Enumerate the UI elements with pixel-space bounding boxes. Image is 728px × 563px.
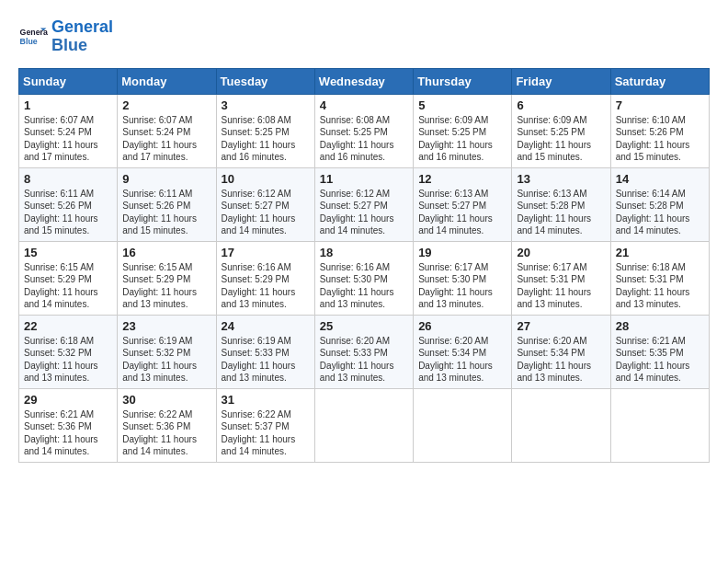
day-info: Sunrise: 6:20 AMSunset: 5:34 PMDaylight:… (517, 335, 605, 385)
calendar-cell (512, 388, 610, 462)
calendar-cell: 22Sunrise: 6:18 AMSunset: 5:32 PMDayligh… (19, 315, 118, 388)
day-info: Sunrise: 6:19 AMSunset: 5:32 PMDaylight:… (122, 335, 210, 385)
logo-icon: General Blue (18, 22, 48, 52)
day-info: Sunrise: 6:18 AMSunset: 5:32 PMDaylight:… (24, 335, 112, 385)
day-number: 12 (418, 172, 506, 186)
day-number: 11 (320, 172, 408, 186)
day-info: Sunrise: 6:22 AMSunset: 5:36 PMDaylight:… (122, 408, 210, 458)
calendar-header-wednesday: Wednesday (314, 68, 413, 94)
day-number: 29 (24, 393, 112, 407)
day-info: Sunrise: 6:16 AMSunset: 5:30 PMDaylight:… (320, 261, 408, 311)
day-number: 19 (418, 246, 506, 259)
day-number: 9 (122, 172, 210, 186)
calendar-cell: 7Sunrise: 6:10 AMSunset: 5:26 PMDaylight… (610, 94, 709, 167)
day-number: 31 (222, 393, 310, 407)
calendar-cell: 29Sunrise: 6:21 AMSunset: 5:36 PMDayligh… (19, 388, 118, 462)
day-info: Sunrise: 6:11 AMSunset: 5:26 PMDaylight:… (122, 188, 210, 237)
day-info: Sunrise: 6:12 AMSunset: 5:27 PMDaylight:… (320, 188, 408, 237)
day-info: Sunrise: 6:21 AMSunset: 5:35 PMDaylight:… (616, 335, 704, 385)
svg-text:Blue: Blue (20, 37, 38, 46)
calendar-cell: 26Sunrise: 6:20 AMSunset: 5:34 PMDayligh… (414, 315, 512, 388)
day-number: 1 (24, 98, 112, 112)
calendar-cell: 4Sunrise: 6:08 AMSunset: 5:25 PMDaylight… (314, 94, 413, 167)
day-number: 2 (122, 98, 210, 112)
day-number: 22 (24, 319, 112, 333)
calendar-cell (314, 388, 413, 462)
day-number: 13 (517, 172, 605, 186)
calendar-table: SundayMondayTuesdayWednesdayThursdayFrid… (18, 68, 710, 463)
day-info: Sunrise: 6:10 AMSunset: 5:26 PMDaylight:… (616, 114, 704, 164)
calendar-cell: 16Sunrise: 6:15 AMSunset: 5:29 PMDayligh… (118, 241, 216, 315)
day-number: 6 (517, 98, 605, 112)
calendar-cell: 10Sunrise: 6:12 AMSunset: 5:27 PMDayligh… (216, 167, 314, 241)
day-number: 28 (616, 319, 704, 333)
day-number: 25 (320, 319, 408, 333)
calendar-cell: 14Sunrise: 6:14 AMSunset: 5:28 PMDayligh… (610, 167, 709, 241)
day-info: Sunrise: 6:19 AMSunset: 5:33 PMDaylight:… (222, 335, 310, 385)
day-info: Sunrise: 6:16 AMSunset: 5:29 PMDaylight:… (222, 261, 310, 311)
calendar-week-row: 29Sunrise: 6:21 AMSunset: 5:36 PMDayligh… (19, 388, 710, 462)
day-number: 20 (517, 246, 605, 259)
calendar-cell: 15Sunrise: 6:15 AMSunset: 5:29 PMDayligh… (19, 241, 118, 315)
day-number: 30 (122, 393, 210, 407)
day-info: Sunrise: 6:08 AMSunset: 5:25 PMDaylight:… (320, 114, 408, 164)
calendar-cell: 6Sunrise: 6:09 AMSunset: 5:25 PMDaylight… (512, 94, 610, 167)
calendar-header-thursday: Thursday (414, 68, 512, 94)
day-number: 14 (616, 172, 704, 186)
calendar-cell: 28Sunrise: 6:21 AMSunset: 5:35 PMDayligh… (610, 315, 709, 388)
calendar-cell: 2Sunrise: 6:07 AMSunset: 5:24 PMDaylight… (118, 94, 216, 167)
day-number: 10 (222, 172, 310, 186)
day-info: Sunrise: 6:17 AMSunset: 5:31 PMDaylight:… (517, 261, 605, 311)
calendar-cell: 5Sunrise: 6:09 AMSunset: 5:25 PMDaylight… (414, 94, 512, 167)
calendar-cell: 27Sunrise: 6:20 AMSunset: 5:34 PMDayligh… (512, 315, 610, 388)
day-info: Sunrise: 6:09 AMSunset: 5:25 PMDaylight:… (517, 114, 605, 164)
day-info: Sunrise: 6:13 AMSunset: 5:27 PMDaylight:… (418, 188, 506, 237)
day-info: Sunrise: 6:13 AMSunset: 5:28 PMDaylight:… (517, 188, 605, 237)
day-number: 16 (122, 246, 210, 259)
calendar-cell: 20Sunrise: 6:17 AMSunset: 5:31 PMDayligh… (512, 241, 610, 315)
calendar-cell: 1Sunrise: 6:07 AMSunset: 5:24 PMDaylight… (19, 94, 118, 167)
calendar-cell: 12Sunrise: 6:13 AMSunset: 5:27 PMDayligh… (414, 167, 512, 241)
day-info: Sunrise: 6:20 AMSunset: 5:33 PMDaylight:… (320, 335, 408, 385)
calendar-cell: 3Sunrise: 6:08 AMSunset: 5:25 PMDaylight… (216, 94, 314, 167)
day-info: Sunrise: 6:09 AMSunset: 5:25 PMDaylight:… (418, 114, 506, 164)
calendar-cell (610, 388, 709, 462)
calendar-week-row: 8Sunrise: 6:11 AMSunset: 5:26 PMDaylight… (19, 167, 710, 241)
calendar-cell: 18Sunrise: 6:16 AMSunset: 5:30 PMDayligh… (314, 241, 413, 315)
day-number: 17 (222, 246, 310, 259)
logo: General Blue GeneralBlue (18, 18, 113, 55)
day-info: Sunrise: 6:22 AMSunset: 5:37 PMDaylight:… (222, 408, 310, 458)
day-number: 18 (320, 246, 408, 259)
day-info: Sunrise: 6:17 AMSunset: 5:30 PMDaylight:… (418, 261, 506, 311)
logo-text: GeneralBlue (51, 18, 113, 55)
calendar-cell: 9Sunrise: 6:11 AMSunset: 5:26 PMDaylight… (118, 167, 216, 241)
day-number: 7 (616, 98, 704, 112)
day-number: 23 (122, 319, 210, 333)
day-number: 24 (222, 319, 310, 333)
calendar-cell: 30Sunrise: 6:22 AMSunset: 5:36 PMDayligh… (118, 388, 216, 462)
calendar-cell: 19Sunrise: 6:17 AMSunset: 5:30 PMDayligh… (414, 241, 512, 315)
calendar-cell: 24Sunrise: 6:19 AMSunset: 5:33 PMDayligh… (216, 315, 314, 388)
day-info: Sunrise: 6:20 AMSunset: 5:34 PMDaylight:… (418, 335, 506, 385)
calendar-week-row: 1Sunrise: 6:07 AMSunset: 5:24 PMDaylight… (19, 94, 710, 167)
calendar-cell: 25Sunrise: 6:20 AMSunset: 5:33 PMDayligh… (314, 315, 413, 388)
calendar-week-row: 22Sunrise: 6:18 AMSunset: 5:32 PMDayligh… (19, 315, 710, 388)
day-number: 27 (517, 319, 605, 333)
day-number: 4 (320, 98, 408, 112)
day-number: 21 (616, 246, 704, 259)
calendar-header-monday: Monday (118, 68, 216, 94)
day-info: Sunrise: 6:15 AMSunset: 5:29 PMDaylight:… (24, 261, 112, 311)
calendar-cell: 17Sunrise: 6:16 AMSunset: 5:29 PMDayligh… (216, 241, 314, 315)
day-number: 5 (418, 98, 506, 112)
day-number: 8 (24, 172, 112, 186)
day-info: Sunrise: 6:07 AMSunset: 5:24 PMDaylight:… (24, 114, 112, 164)
calendar-header-tuesday: Tuesday (216, 68, 314, 94)
day-info: Sunrise: 6:21 AMSunset: 5:36 PMDaylight:… (24, 408, 112, 458)
calendar-week-row: 15Sunrise: 6:15 AMSunset: 5:29 PMDayligh… (19, 241, 710, 315)
day-info: Sunrise: 6:12 AMSunset: 5:27 PMDaylight:… (222, 188, 310, 237)
calendar-cell: 23Sunrise: 6:19 AMSunset: 5:32 PMDayligh… (118, 315, 216, 388)
day-info: Sunrise: 6:14 AMSunset: 5:28 PMDaylight:… (616, 188, 704, 237)
day-info: Sunrise: 6:18 AMSunset: 5:31 PMDaylight:… (616, 261, 704, 311)
day-number: 15 (24, 246, 112, 259)
day-number: 26 (418, 319, 506, 333)
